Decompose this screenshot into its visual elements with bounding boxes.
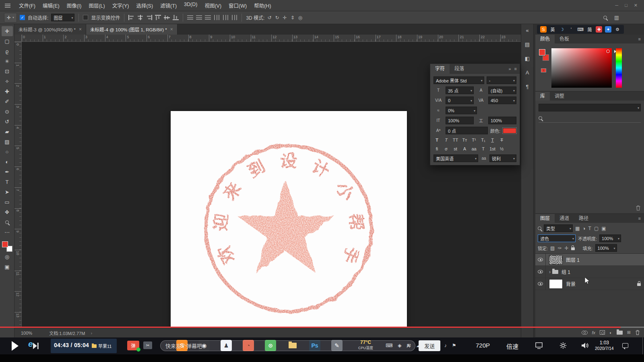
type-style-button[interactable]: T₁ <box>480 137 487 143</box>
anti-alias-dropdown[interactable]: 锐利 <box>489 154 516 162</box>
baseline-shift-field[interactable]: 0 点 <box>446 127 488 134</box>
hand-tool[interactable]: ✥ <box>2 207 13 217</box>
blur-tool[interactable]: ○ <box>2 147 13 157</box>
night-mode-icon[interactable]: ☽ <box>559 26 565 33</box>
lock-all-icon[interactable] <box>571 247 575 250</box>
play-button[interactable] <box>11 341 19 351</box>
foreground-color-swatch[interactable] <box>2 241 8 247</box>
eyedropper-tool[interactable]: ✧ <box>2 76 13 86</box>
library-search-field[interactable] <box>539 114 641 123</box>
horizontal-ruler[interactable]: 01234567891011121314151617181920212223 <box>22 35 521 42</box>
leading-dropdown[interactable]: (自动) <box>488 86 516 94</box>
screenshot-tool-icon[interactable]: ✂ <box>143 341 152 349</box>
lock-option-icon[interactable]: ✑ <box>557 245 561 251</box>
gradient-tool[interactable]: ▨ <box>2 137 13 147</box>
distribute-right-icon[interactable] <box>231 15 237 20</box>
layer-row-selected[interactable]: 图层 1 <box>535 254 644 266</box>
align-center-horizontal-icon[interactable] <box>137 15 143 20</box>
layer-filter-icon[interactable]: T <box>588 226 591 231</box>
language-mode-icon[interactable]: 英 <box>549 26 556 33</box>
delete-icon[interactable] <box>636 205 641 211</box>
document-canvas[interactable]: 欢迎来到设计小帮手 <box>171 111 407 347</box>
distribute-bottom-icon[interactable] <box>205 15 211 20</box>
opentype-button[interactable]: 1st <box>489 146 496 152</box>
edit-toolbar-icon[interactable]: ⋯ <box>2 227 13 237</box>
close-tab-icon[interactable]: × <box>170 27 173 32</box>
tab-channels[interactable]: 通道 <box>555 214 574 223</box>
punctuation-icon[interactable]: ’ <box>568 26 574 33</box>
character-panel-icon[interactable]: A <box>526 70 529 76</box>
distribute-left-icon[interactable] <box>214 15 220 20</box>
opentype-button[interactable]: fi <box>433 146 440 152</box>
ie-taskbar-icon[interactable]: e <box>28 339 33 349</box>
link-layers-icon[interactable] <box>582 331 588 334</box>
menu-item[interactable]: 视图(V) <box>201 0 225 10</box>
paragraph-panel-icon[interactable]: ¶ <box>526 84 529 90</box>
panel-menu-icon[interactable]: ≡ <box>514 66 517 71</box>
cast-icon[interactable] <box>535 342 543 349</box>
layer-row-group[interactable]: › 组 1 <box>535 266 644 278</box>
distribute-horizontal-icon[interactable] <box>223 15 229 20</box>
group-expand-caret[interactable]: › <box>549 269 551 275</box>
visibility-toggle[interactable] <box>535 266 546 278</box>
vertical-ruler[interactable]: 012345678910111213 <box>14 42 22 327</box>
menu-item[interactable]: 窗口(W) <box>225 0 250 10</box>
layer-name[interactable]: 图层 1 <box>566 256 580 263</box>
status-chevron-icon[interactable]: › <box>91 331 92 335</box>
history-brush-tool[interactable]: ↺ <box>2 117 13 127</box>
speed-button[interactable]: 倍速 <box>506 342 518 350</box>
menu-item[interactable]: 滤镜(T) <box>157 0 180 10</box>
menu-item[interactable]: 图层(L) <box>85 0 108 10</box>
panel-menu-icon[interactable]: ≡ <box>638 37 644 41</box>
action-center-icon[interactable] <box>622 343 628 348</box>
color-picker-marker[interactable] <box>606 49 610 53</box>
eraser-tool[interactable]: ▰ <box>2 127 13 137</box>
move-tool[interactable]: ✛ <box>2 26 13 36</box>
zoom-tool[interactable] <box>2 217 13 227</box>
out-of-gamut-swatch[interactable]: ! <box>541 68 546 72</box>
close-button[interactable]: ✕ <box>634 3 638 8</box>
opentype-button[interactable]: ½ <box>498 146 505 152</box>
saturation-brightness-field[interactable] <box>551 48 612 88</box>
hue-slider[interactable] <box>616 48 622 88</box>
menu-item[interactable]: 文字(Y) <box>109 0 133 10</box>
simplified-chinese-icon[interactable]: 简 <box>586 26 593 33</box>
tab-layers[interactable]: 图层 <box>535 214 555 223</box>
panel-menu-icon[interactable]: ≡ <box>638 216 644 221</box>
layer-style-icon[interactable]: fx <box>592 330 596 335</box>
tab-paths[interactable]: 路径 <box>574 214 593 223</box>
fill-dropdown[interactable]: 100% <box>595 244 617 252</box>
danmaku-input[interactable]: 快来发个弹幕吧~ A <box>160 340 415 351</box>
show-desktop-button[interactable] <box>642 337 644 354</box>
layer-name[interactable]: 背景 <box>566 280 576 287</box>
danmaku-toggle-icon[interactable]: 弹 <box>127 341 139 350</box>
3d-mode-icon[interactable]: ⇕ <box>291 15 295 21</box>
swatches-panel-icon[interactable]: ▤ <box>525 41 530 47</box>
taskbar-window-label[interactable]: 苹果11 <box>92 343 111 349</box>
align-top-icon[interactable] <box>155 15 161 20</box>
layer-filter-icon[interactable]: ◑ <box>582 226 585 231</box>
blend-mode-dropdown[interactable]: 滤色 <box>538 234 576 242</box>
tracking-dropdown[interactable]: 450 <box>488 97 516 104</box>
collapse-panel-icon[interactable]: » <box>508 66 511 71</box>
layer-filter-icon[interactable]: ▢ <box>594 226 599 231</box>
auto-select-checkbox[interactable]: ✓ <box>20 15 25 20</box>
ime-settings-icon[interactable]: ⚙ <box>614 26 621 33</box>
type-style-button[interactable]: T <box>443 137 450 143</box>
taskbar-clock[interactable]: 1:03 2020/7/14 <box>595 340 614 351</box>
type-style-button[interactable]: T <box>489 137 496 143</box>
adjustment-layer-icon[interactable]: ◐ <box>609 330 612 335</box>
medical-box-icon[interactable]: ✚ <box>596 26 602 33</box>
quality-button[interactable]: 720P <box>476 342 490 349</box>
language-dropdown[interactable]: 美国英语 <box>433 154 478 162</box>
document-tab[interactable]: 未标题-3 @ 100%(RGB/8) *× <box>14 24 86 35</box>
search-icon[interactable] <box>603 16 607 19</box>
type-style-button[interactable]: Tт <box>461 137 468 143</box>
menu-item[interactable]: 选择(S) <box>132 0 157 10</box>
type-style-button[interactable]: TT <box>452 137 459 143</box>
distribute-top-icon[interactable] <box>187 15 193 20</box>
layer-mask-icon[interactable] <box>600 330 605 335</box>
tab-adjustments[interactable]: 调整 <box>550 92 569 101</box>
adjustments-panel-icon[interactable]: ◧ <box>525 56 530 62</box>
layer-name[interactable]: 组 1 <box>561 268 570 275</box>
